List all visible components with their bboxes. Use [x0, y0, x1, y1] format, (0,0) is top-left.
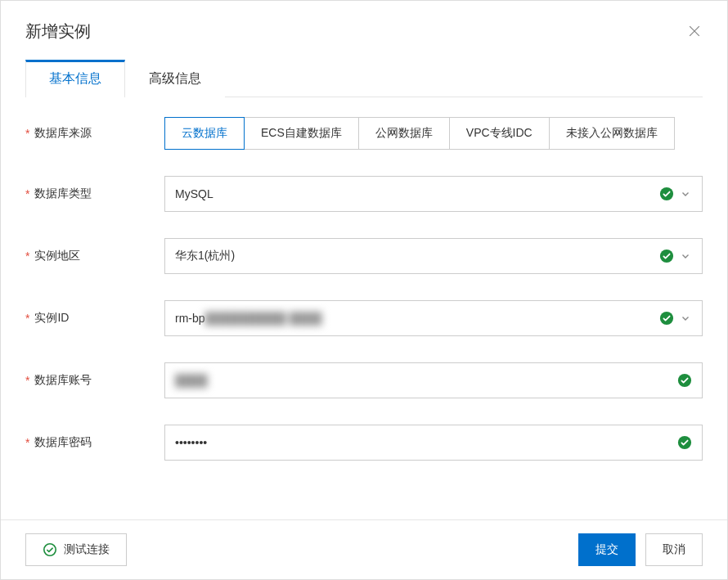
svg-point-7: [44, 544, 56, 555]
label-account: * 数据库账号: [25, 373, 164, 388]
account-input-wrapper: ████: [164, 362, 703, 398]
source-control: 云数据库 ECS自建数据库 公网数据库 VPC专线IDC 未接入公网数据库: [164, 117, 703, 150]
tab-advanced-label: 高级信息: [149, 71, 201, 85]
form-body: * 数据库来源 云数据库 ECS自建数据库 公网数据库 VPC专线IDC: [1, 97, 727, 519]
dbtype-select[interactable]: MySQL: [164, 176, 703, 212]
row-dbtype: * 数据库类型 MySQL: [25, 176, 703, 212]
source-option-public[interactable]: 公网数据库: [358, 117, 450, 150]
source-option-vpc-label: VPC专线IDC: [466, 126, 533, 139]
instance-id-right: [659, 311, 692, 326]
label-region: * 实例地区: [25, 249, 164, 263]
dbtype-value: MySQL: [175, 187, 659, 200]
password-control: [164, 425, 703, 461]
region-select[interactable]: 华东1(杭州): [164, 238, 703, 274]
chevron-down-icon: [679, 187, 692, 200]
source-option-vpc[interactable]: VPC专线IDC: [449, 117, 550, 150]
source-option-nopublic-label: 未接入公网数据库: [566, 126, 658, 139]
test-connection-label: 测试连接: [64, 542, 110, 557]
check-circle-icon: [659, 187, 674, 201]
tabs: 基本信息 高级信息: [25, 59, 703, 97]
source-option-ecs[interactable]: ECS自建数据库: [244, 117, 359, 150]
instance-id-masked: ██████████ ████: [205, 312, 322, 325]
cancel-label: 取消: [663, 542, 685, 557]
instance-id-control: rm-bp██████████ ████: [164, 300, 703, 336]
chevron-down-icon: [679, 250, 692, 263]
check-circle-icon: [677, 435, 692, 450]
label-password-text: 数据库密码: [34, 435, 92, 450]
account-control: ████: [164, 362, 703, 398]
instance-id-select[interactable]: rm-bp██████████ ████: [164, 300, 703, 336]
instance-id-prefix: rm-bp: [175, 312, 205, 325]
submit-label: 提交: [595, 542, 618, 557]
close-button[interactable]: [681, 19, 708, 45]
required-mark: *: [25, 250, 29, 263]
row-account: * 数据库账号 ████: [25, 362, 703, 398]
check-circle-icon: [677, 373, 692, 388]
required-mark: *: [25, 374, 29, 387]
required-mark: *: [25, 312, 29, 325]
account-right: [677, 373, 692, 388]
dialog-title: 新增实例: [25, 20, 703, 43]
region-value: 华东1(杭州): [175, 249, 659, 263]
label-source-text: 数据库来源: [34, 126, 92, 141]
source-option-cloud-label: 云数据库: [182, 126, 227, 139]
label-instance-id: * 实例ID: [25, 311, 164, 326]
close-icon: [686, 23, 703, 42]
source-option-nopublic[interactable]: 未接入公网数据库: [549, 117, 675, 150]
tab-basic-label: 基本信息: [49, 71, 101, 85]
region-right: [659, 249, 692, 263]
cancel-button[interactable]: 取消: [645, 533, 703, 566]
required-mark: *: [25, 436, 29, 449]
add-instance-dialog: 新增实例 基本信息 高级信息 * 数据库来源: [0, 0, 728, 580]
chevron-down-icon: [679, 312, 692, 325]
row-instance-id: * 实例ID rm-bp██████████ ████: [25, 300, 703, 336]
label-instance-id-text: 实例ID: [34, 311, 69, 326]
row-region: * 实例地区 华东1(杭州): [25, 238, 703, 274]
required-mark: *: [25, 127, 29, 140]
source-option-public-label: 公网数据库: [375, 126, 433, 139]
dialog-header: 新增实例: [1, 1, 727, 43]
check-circle-icon: [659, 311, 674, 326]
label-dbtype: * 数据库类型: [25, 187, 164, 201]
tab-basic[interactable]: 基本信息: [25, 60, 125, 97]
submit-button[interactable]: 提交: [578, 533, 636, 566]
instance-id-value: rm-bp██████████ ████: [175, 312, 659, 325]
password-input-wrapper: [164, 425, 703, 461]
label-region-text: 实例地区: [34, 249, 80, 263]
account-input[interactable]: ████: [175, 374, 677, 387]
label-password: * 数据库密码: [25, 435, 164, 450]
label-source: * 数据库来源: [25, 126, 164, 141]
footer-right: 提交 取消: [578, 533, 703, 566]
required-mark: *: [25, 187, 29, 200]
password-right: [677, 435, 692, 450]
row-source: * 数据库来源 云数据库 ECS自建数据库 公网数据库 VPC专线IDC: [25, 117, 703, 150]
check-circle-icon: [659, 249, 674, 263]
tab-advanced[interactable]: 高级信息: [125, 60, 225, 97]
label-account-text: 数据库账号: [34, 373, 92, 388]
source-option-ecs-label: ECS自建数据库: [261, 126, 342, 139]
dbtype-right: [659, 187, 692, 201]
check-circle-outline-icon: [43, 542, 57, 557]
region-control: 华东1(杭州): [164, 238, 703, 274]
dbtype-control: MySQL: [164, 176, 703, 212]
source-option-cloud[interactable]: 云数据库: [164, 117, 245, 150]
source-radio-group: 云数据库 ECS自建数据库 公网数据库 VPC专线IDC 未接入公网数据库: [164, 117, 703, 150]
label-dbtype-text: 数据库类型: [34, 187, 92, 201]
password-input[interactable]: [175, 436, 677, 449]
test-connection-button[interactable]: 测试连接: [25, 533, 127, 566]
dialog-footer: 测试连接 提交 取消: [1, 519, 727, 579]
row-password: * 数据库密码: [25, 425, 703, 461]
